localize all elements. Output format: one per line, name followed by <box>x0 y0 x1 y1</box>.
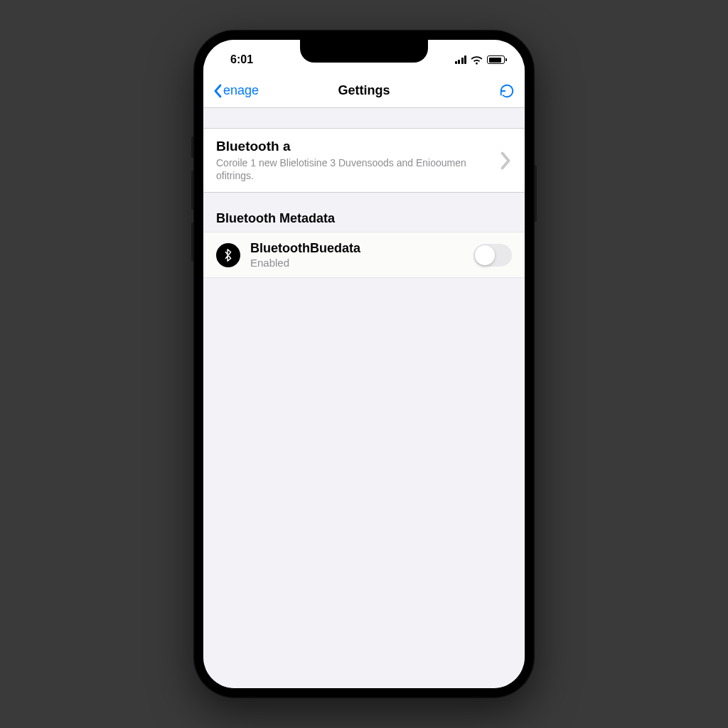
bluetooth-title: Bluetooth a <box>216 139 493 154</box>
refresh-button[interactable] <box>499 83 515 99</box>
chevron-right-icon <box>499 153 512 168</box>
refresh-icon <box>499 83 515 99</box>
bluetooth-icon <box>216 243 240 267</box>
screen: 6:01 enage Gettings <box>203 40 525 688</box>
metadata-toggle[interactable] <box>473 244 512 267</box>
status-icons <box>455 55 505 65</box>
metadata-section-header: Bluetooth Metadata <box>203 193 525 232</box>
side-buttons-left <box>191 136 193 274</box>
page-title: Gettings <box>338 83 390 98</box>
bluetooth-description: Coroile 1 new Blielotisine 3 Duvensoods … <box>216 156 493 182</box>
navigation-bar: enage Gettings <box>203 74 525 108</box>
cellular-signal-icon <box>455 55 467 64</box>
back-button[interactable]: enage <box>213 83 259 98</box>
bluetooth-row[interactable]: Bluetooth a Coroile 1 new Blielotisine 3… <box>203 128 525 193</box>
toggle-knob <box>475 245 495 265</box>
chevron-left-icon <box>213 84 222 98</box>
content-area: Bluetooth a Coroile 1 new Blielotisine 3… <box>203 108 525 688</box>
bluetooth-metadata-row[interactable]: BluetoothBuedata Enabled <box>203 232 525 278</box>
side-button-right <box>535 165 537 222</box>
back-label: enage <box>223 83 259 98</box>
metadata-row-title: BluetoothBuedata <box>250 241 360 256</box>
metadata-row-status: Enabled <box>250 257 360 269</box>
battery-icon <box>487 55 505 64</box>
phone-frame: 6:01 enage Gettings <box>193 30 535 698</box>
wifi-icon <box>471 55 483 65</box>
status-time: 6:01 <box>230 53 253 66</box>
notch <box>300 40 428 63</box>
